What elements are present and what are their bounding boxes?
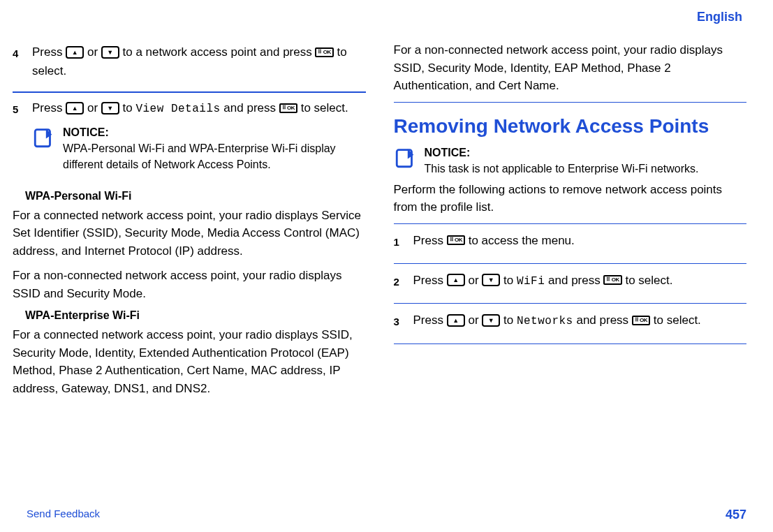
separator [394,223,747,224]
left-column: 4 Press or to a network access point and… [13,38,366,404]
notice-block: NOTICE: WPA-Personal Wi-Fi and WPA-Enter… [32,124,366,173]
text: to [503,274,517,287]
text: to [503,313,517,327]
section-title: Removing Network Access Points [394,115,747,138]
notice-body: This task is not applicable to Enterpris… [425,163,699,175]
paragraph: For a non-connected network access point… [13,267,366,302]
step-4: 4 Press or to a network access point and… [13,38,366,90]
step-body: Press or to View Details and press ⠿ OK … [32,98,366,172]
separator [394,263,747,264]
text: and press [576,313,631,327]
notice-title: NOTICE: [425,147,471,158]
text: or [468,313,482,327]
subheading-wpa-personal: WPA-Personal Wi-Fi [25,190,366,202]
text: to a network access point and press [123,45,316,59]
subheading-wpa-enterprise: WPA-Enterprise Wi-Fi [25,309,366,322]
notice-text: NOTICE: WPA-Personal Wi-Fi and WPA-Enter… [63,124,366,173]
up-arrow-icon [66,46,84,59]
text: Press [413,274,447,287]
down-arrow-icon [101,102,119,114]
down-arrow-icon [482,314,500,327]
step-number: 2 [394,274,413,290]
text: Press [32,45,66,59]
notice-text: NOTICE: This task is not applicable to E… [425,145,699,177]
text: or [468,274,482,287]
two-column-layout: 4 Press or to a network access point and… [13,38,746,404]
up-arrow-icon [66,102,84,114]
language-header: English [13,10,746,24]
page-number: 457 [726,508,746,522]
down-arrow-icon [101,46,119,59]
right-column: For a non-connected network access point… [394,38,747,404]
step-body: Press or to a network access point and p… [32,43,366,80]
ok-button-icon: ⠿ OK [279,103,297,113]
up-arrow-icon [447,314,465,327]
notice-body: WPA-Personal Wi-Fi and WPA-Enterprise Wi… [63,142,336,170]
paragraph: Perform the following actions to remove … [394,181,747,216]
text: to [123,101,136,114]
ok-button-icon: ⠿ OK [315,47,333,57]
menu-item-label: View Details [135,103,220,115]
separator [13,91,366,93]
separator [394,343,747,344]
text: to select. [301,101,348,114]
text: and press [548,274,603,287]
step-3: 3 Press or to Networks and press ⠿ OK to… [394,306,747,341]
ok-button-icon: ⠿ OK [603,275,621,285]
notice-icon [394,146,418,172]
step-5: 5 Press or to View Details and press ⠿ O… [13,94,366,182]
step-body: Press or to Networks and press ⠿ OK to s… [413,311,747,331]
document-page: English 4 Press or to a network access p… [0,0,773,532]
ok-button-icon: ⠿ OK [632,316,650,325]
step-1: 1 Press ⠿ OK to access the menu. [394,227,747,260]
step-number: 3 [394,313,413,330]
separator [394,303,747,304]
notice-icon [32,126,56,155]
page-footer: Send Feedback 457 [27,508,746,522]
paragraph: For a connected network access point, yo… [13,207,366,260]
text: and press [223,101,279,114]
notice-title: NOTICE: [63,126,109,138]
step-number: 5 [13,101,32,118]
text: to access the menu. [469,234,575,247]
step-number: 1 [394,234,413,251]
step-2: 2 Press or to WiFi and press ⠿ OK to sel… [394,267,747,301]
paragraph: For a connected network access point, yo… [13,326,366,397]
menu-item-label: Networks [517,315,573,327]
down-arrow-icon [482,274,500,286]
step-body: Press ⠿ OK to access the menu. [413,231,747,250]
ok-button-icon: ⠿ OK [447,235,465,245]
send-feedback-link[interactable]: Send Feedback [27,508,100,522]
text: or [87,101,101,114]
notice-block: NOTICE: This task is not applicable to E… [394,145,747,177]
menu-item-label: WiFi [517,275,545,288]
paragraph: For a non-connected network access point… [394,41,747,95]
text: Press [413,313,447,327]
separator [394,102,747,103]
step-body: Press or to WiFi and press ⠿ OK to selec… [413,271,747,291]
text: or [87,45,101,59]
text: to select. [654,313,701,327]
text: Press [32,101,66,114]
text: to select. [625,274,672,287]
step-number: 4 [13,45,32,62]
text: Press [413,234,447,247]
up-arrow-icon [447,274,465,286]
